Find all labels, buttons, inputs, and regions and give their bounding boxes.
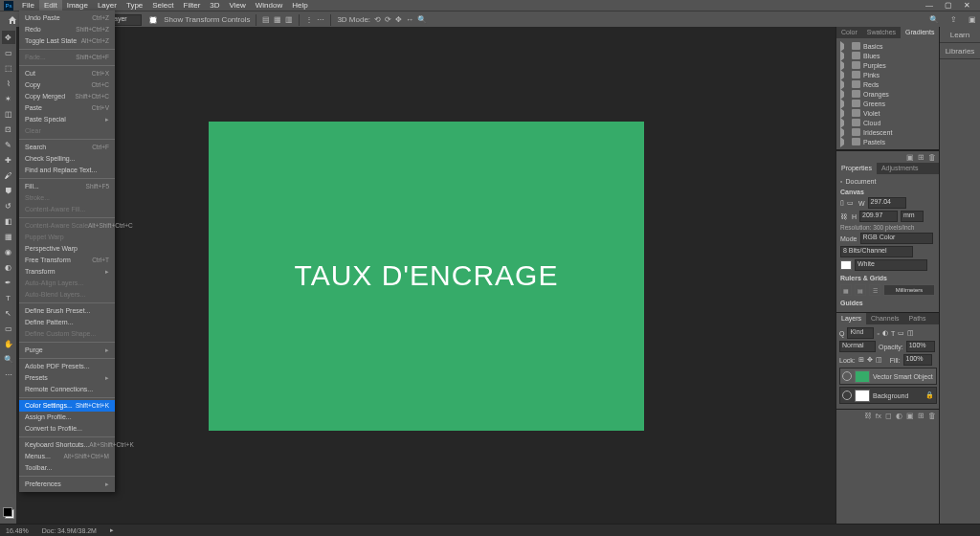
align-center-icon[interactable]: ▦	[274, 15, 281, 24]
menu-item[interactable]: Menus...Alt+Shift+Ctrl+M	[19, 451, 115, 462]
filter-pixel-icon[interactable]: ▫	[877, 330, 879, 337]
menu-type[interactable]: Type	[122, 0, 147, 11]
menu-file[interactable]: File	[17, 0, 39, 11]
rulers-icon[interactable]: ▦	[840, 284, 852, 296]
menu-item[interactable]: Free TransformCtrl+T	[19, 255, 115, 266]
swatch-group[interactable]: Blues	[838, 51, 938, 60]
swatch-group[interactable]: Basics	[838, 41, 938, 51]
libraries-panel-button[interactable]: Libraries	[940, 43, 980, 59]
show-transform-checkbox[interactable]	[149, 16, 157, 24]
bit-depth-select[interactable]: 8 Bits/Channel	[840, 246, 913, 257]
visibility-icon[interactable]	[842, 371, 852, 381]
swatch-group[interactable]: Cloud	[838, 118, 938, 127]
menu-item[interactable]: Perspective Warp	[19, 243, 115, 255]
menu-window[interactable]: Window	[251, 0, 287, 11]
brush-tool[interactable]: 🖌	[2, 168, 15, 182]
layer-row[interactable]: Vector Smart Object	[839, 368, 937, 385]
healing-tool[interactable]: ✚	[2, 153, 15, 167]
ruler-unit-select[interactable]: Millimeters	[883, 284, 935, 296]
menu-view[interactable]: View	[225, 0, 251, 11]
link-dims-icon[interactable]: ⛓	[840, 213, 847, 220]
3d-zoom-icon[interactable]: 🔍	[417, 15, 427, 24]
unit-select[interactable]: mm	[901, 211, 924, 222]
lock-pos-icon[interactable]: ✥	[867, 356, 873, 364]
blur-tool[interactable]: ◉	[2, 245, 15, 258]
menu-item[interactable]: Fill...Shift+F5	[19, 181, 115, 192]
layer-style-icon[interactable]: fx	[876, 412, 881, 420]
history-brush-tool[interactable]: ↺	[2, 199, 15, 212]
filter-type-icon[interactable]: T	[891, 330, 895, 337]
learn-panel-button[interactable]: Learn	[940, 27, 980, 43]
tab-adjustments[interactable]: Adjustments	[877, 163, 924, 174]
canvas-width-input[interactable]: 297.04	[868, 197, 906, 209]
share-icon[interactable]: ⇪	[947, 15, 961, 24]
align-left-icon[interactable]: ▤	[262, 15, 270, 24]
window-restore-icon[interactable]: ▢	[939, 1, 958, 10]
menu-item[interactable]: Check Spelling...	[19, 153, 115, 165]
menu-item[interactable]: Purge▸	[19, 345, 115, 356]
tab-gradients[interactable]: Gradients	[901, 27, 939, 38]
orient-landscape-icon[interactable]: ▭	[847, 199, 854, 207]
eyedropper-tool[interactable]: ✎	[2, 138, 15, 151]
new-swatch-icon[interactable]: ⊞	[918, 153, 924, 162]
search-icon[interactable]: 🔍	[925, 15, 943, 24]
foreground-background-colors[interactable]	[3, 507, 14, 519]
move-tool[interactable]: ✥	[2, 31, 15, 44]
menu-item[interactable]: Define Pattern...	[19, 317, 115, 328]
3d-orbit-icon[interactable]: ⟲	[374, 15, 381, 24]
swatch-group[interactable]: Oranges	[838, 89, 938, 99]
swatch-group[interactable]: Iridescent	[838, 127, 938, 137]
pen-tool[interactable]: ✒	[2, 276, 15, 289]
filter-adjust-icon[interactable]: ◐	[882, 329, 888, 337]
edit-toolbar[interactable]: ⋯	[2, 368, 15, 381]
lasso-tool[interactable]: ⌇	[2, 77, 15, 90]
zoom-level[interactable]: 16.48%	[6, 527, 29, 534]
menu-edit[interactable]: Edit	[39, 0, 62, 11]
canvas-height-input[interactable]: 209.97	[859, 211, 898, 222]
grid-icon[interactable]: ▤	[855, 284, 866, 296]
hand-tool[interactable]: ✋	[2, 337, 15, 350]
menu-item[interactable]: Presets▸	[19, 372, 115, 384]
tab-channels[interactable]: Channels	[866, 313, 904, 324]
marquee-tool[interactable]: ⬚	[2, 61, 15, 75]
delete-swatch-icon[interactable]: 🗑	[928, 153, 936, 162]
adjustment-layer-icon[interactable]: ◐	[896, 412, 902, 420]
menu-select[interactable]: Select	[147, 0, 178, 11]
menu-item[interactable]: PasteCtrl+V	[19, 102, 115, 114]
menu-item[interactable]: CopyCtrl+C	[19, 79, 115, 91]
filter-smart-icon[interactable]: ◫	[907, 329, 914, 337]
link-layers-icon[interactable]: ⛓	[864, 412, 872, 420]
guides-icon[interactable]: ☰	[869, 284, 880, 296]
filter-shape-icon[interactable]: ▭	[898, 329, 904, 337]
path-select-tool[interactable]: ↖	[2, 306, 15, 320]
menu-item[interactable]: RedoShift+Ctrl+Z	[19, 24, 115, 35]
menu-item[interactable]: Convert to Profile...	[19, 423, 115, 435]
orient-portrait-icon[interactable]: ▯	[840, 199, 844, 207]
tab-swatches[interactable]: Swatches	[862, 27, 901, 38]
frame-tool[interactable]: ⊡	[2, 123, 15, 136]
menu-filter[interactable]: Filter	[179, 0, 206, 11]
new-group-icon[interactable]: ▣	[906, 412, 914, 420]
3d-slide-icon[interactable]: ↔	[406, 15, 413, 24]
window-close-icon[interactable]: ✕	[958, 1, 976, 10]
menu-item[interactable]: Find and Replace Text...	[19, 165, 115, 176]
artboard-tool[interactable]: ▭	[2, 46, 15, 59]
color-mode-select[interactable]: RGB Color	[860, 233, 933, 244]
fill-swatch[interactable]	[840, 260, 852, 270]
type-tool[interactable]: T	[2, 291, 15, 304]
gradient-tool[interactable]: ▦	[2, 230, 15, 243]
menu-item[interactable]: Copy MergedShift+Ctrl+C	[19, 91, 115, 102]
menu-item[interactable]: Toggle Last StateAlt+Ctrl+Z	[19, 35, 115, 47]
tab-color[interactable]: Color	[836, 27, 862, 38]
menu-item[interactable]: Define Brush Preset...	[19, 305, 115, 317]
menu-item[interactable]: Keyboard Shortcuts...Alt+Shift+Ctrl+K	[19, 439, 115, 451]
layer-row[interactable]: Background🔒	[839, 387, 937, 404]
crop-tool[interactable]: ◫	[2, 107, 15, 121]
swatch-group[interactable]: Pinks	[838, 70, 938, 79]
swatch-group[interactable]: Pastels	[838, 137, 938, 146]
workspace-icon[interactable]: ▣	[965, 15, 980, 24]
menu-item[interactable]: Assign Profile...	[19, 412, 115, 423]
more-align-icon[interactable]: ⋯	[317, 15, 324, 24]
dodge-tool[interactable]: ◐	[2, 260, 15, 274]
menu-help[interactable]: Help	[287, 0, 312, 11]
